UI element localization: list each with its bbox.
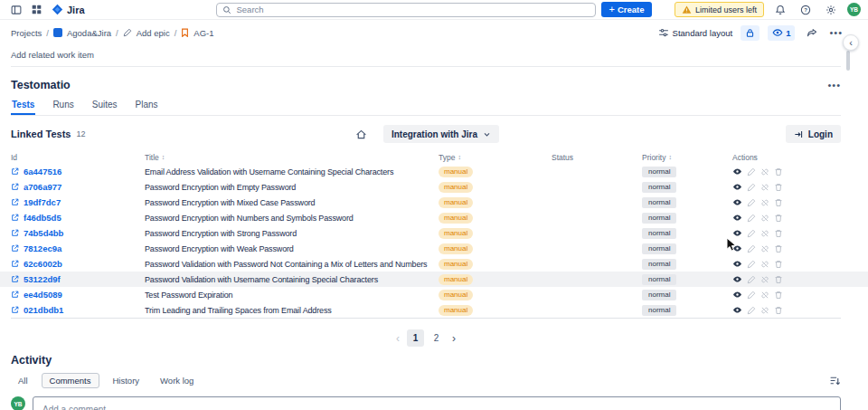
test-id-link[interactable]: 6a447516 <box>24 167 61 176</box>
view-test-icon[interactable] <box>732 228 742 238</box>
issue-more-icon[interactable]: ••• <box>829 28 843 38</box>
edit-test-icon[interactable] <box>747 260 756 269</box>
edit-test-icon[interactable] <box>747 198 756 207</box>
create-button[interactable]: + Create <box>601 2 651 17</box>
delete-test-icon[interactable] <box>774 275 783 284</box>
test-id-link[interactable]: a706a977 <box>24 182 61 192</box>
breadcrumb-project-link[interactable]: Agoda&Jira <box>67 28 111 38</box>
edit-test-icon[interactable] <box>747 275 756 284</box>
chevron-right-icon[interactable]: › <box>448 332 459 345</box>
tab-comments[interactable]: Comments <box>42 373 99 388</box>
edit-test-icon[interactable] <box>747 306 756 315</box>
scrollbar-thumb[interactable] <box>846 51 850 71</box>
tab-all[interactable]: All <box>11 374 35 387</box>
view-test-icon[interactable] <box>732 290 742 300</box>
lock-icon <box>745 28 755 38</box>
unlink-test-icon[interactable] <box>760 291 769 300</box>
add-related-work-item-button[interactable]: Add related work item <box>11 45 841 67</box>
chevron-left-icon[interactable]: ‹ <box>392 332 403 345</box>
column-header-priority[interactable]: Priority↕ <box>642 153 732 162</box>
edit-test-icon[interactable] <box>747 291 756 300</box>
delete-test-icon[interactable] <box>774 167 783 176</box>
delete-test-icon[interactable] <box>774 214 783 223</box>
table-row: 7812ec9a Password Encryption with Weak P… <box>11 241 841 256</box>
jira-logo[interactable]: Jira <box>47 4 90 15</box>
unlink-test-icon[interactable] <box>760 214 769 223</box>
column-header-type[interactable]: Type↕ <box>439 153 552 162</box>
delete-test-icon[interactable] <box>774 306 783 315</box>
login-button[interactable]: Login <box>786 125 841 143</box>
user-avatar[interactable]: YB <box>847 3 861 16</box>
settings-gear-icon[interactable] <box>822 2 840 18</box>
comment-input[interactable]: Add a comment... 🎉 Looks good! 👋 Need he… <box>33 396 841 410</box>
sort-order-icon[interactable] <box>829 375 841 386</box>
search-box[interactable] <box>216 3 596 17</box>
testomatio-more-icon[interactable]: ••• <box>827 81 841 91</box>
panel-collapse-button[interactable]: ‹ <box>843 34 859 51</box>
notifications-bell-icon[interactable] <box>771 2 789 18</box>
test-title: Password Validation with Password Not Co… <box>145 260 439 269</box>
edit-test-icon[interactable] <box>747 183 756 192</box>
limited-users-badge[interactable]: Limited users left <box>675 2 764 17</box>
tab-tests[interactable]: Tests <box>11 100 35 115</box>
column-header-id[interactable]: Id <box>11 153 145 162</box>
help-icon[interactable]: ? <box>797 2 815 18</box>
unlink-test-icon[interactable] <box>760 260 769 269</box>
edit-test-icon[interactable] <box>747 214 756 223</box>
page-button-1[interactable]: 1 <box>407 329 424 347</box>
edit-test-icon[interactable] <box>747 244 756 253</box>
lock-button[interactable] <box>741 25 760 41</box>
page-button-2[interactable]: 2 <box>428 329 445 347</box>
home-icon[interactable] <box>353 126 371 142</box>
unlink-test-icon[interactable] <box>760 306 769 315</box>
standard-layout-button[interactable]: Standard layout <box>658 27 733 38</box>
column-header-title[interactable]: Title↕ <box>145 153 439 162</box>
delete-test-icon[interactable] <box>774 198 783 207</box>
view-test-icon[interactable] <box>732 243 742 253</box>
delete-test-icon[interactable] <box>774 229 783 238</box>
tab-runs[interactable]: Runs <box>52 100 74 115</box>
view-test-icon[interactable] <box>732 167 742 176</box>
unlink-test-icon[interactable] <box>760 183 769 192</box>
test-id-link[interactable]: 53122d9f <box>24 274 61 284</box>
delete-test-icon[interactable] <box>774 244 783 253</box>
tab-history[interactable]: History <box>106 374 147 387</box>
unlink-test-icon[interactable] <box>760 229 769 238</box>
app-switcher-icon[interactable] <box>27 2 45 18</box>
edit-test-icon[interactable] <box>747 229 756 238</box>
view-test-icon[interactable] <box>732 182 742 192</box>
test-id-link[interactable]: 021dbdb1 <box>24 305 63 315</box>
delete-test-icon[interactable] <box>774 291 783 300</box>
breadcrumb-add-epic-link[interactable]: Add epic <box>137 28 170 38</box>
test-title: Email Address Validation with Username C… <box>145 167 439 176</box>
test-id-link[interactable]: ee4d5089 <box>24 290 62 300</box>
unlink-test-icon[interactable] <box>760 167 769 176</box>
unlink-test-icon[interactable] <box>760 198 769 207</box>
view-test-icon[interactable] <box>732 305 742 315</box>
watchers-button[interactable]: 1 <box>768 25 795 41</box>
breadcrumb-projects-link[interactable]: Projects <box>11 28 42 38</box>
test-id-link[interactable]: 62c6002b <box>24 259 62 269</box>
test-id-link[interactable]: 74b5d4bb <box>24 228 63 238</box>
edit-test-icon[interactable] <box>747 167 756 176</box>
delete-test-icon[interactable] <box>774 260 783 269</box>
tab-suites[interactable]: Suites <box>91 100 118 115</box>
tab-work-log[interactable]: Work log <box>153 374 201 387</box>
view-test-icon[interactable] <box>732 259 742 269</box>
share-icon[interactable] <box>803 24 821 41</box>
test-title: Password Encryption with Numbers and Sym… <box>145 214 439 223</box>
sidebar-toggle-icon[interactable] <box>7 2 25 18</box>
breadcrumb-issue-link[interactable]: AG-1 <box>193 28 213 38</box>
view-test-icon[interactable] <box>732 274 742 284</box>
search-input[interactable] <box>236 5 590 14</box>
unlink-test-icon[interactable] <box>760 275 769 284</box>
delete-test-icon[interactable] <box>774 183 783 192</box>
integration-dropdown[interactable]: Integration with Jira <box>383 125 499 143</box>
test-id-link[interactable]: 19df7dc7 <box>24 197 61 207</box>
test-id-link[interactable]: f46db5d5 <box>24 213 61 223</box>
view-test-icon[interactable] <box>732 197 742 207</box>
view-test-icon[interactable] <box>732 213 742 223</box>
unlink-test-icon[interactable] <box>760 244 769 253</box>
test-id-link[interactable]: 7812ec9a <box>24 243 61 253</box>
tab-plans[interactable]: Plans <box>135 100 159 115</box>
